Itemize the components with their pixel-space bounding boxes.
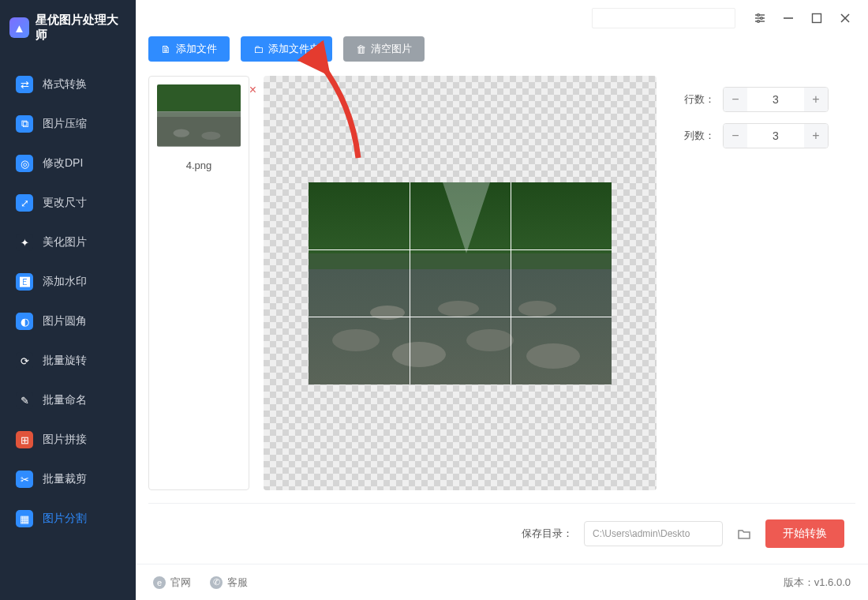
svg-rect-17 [309, 269, 612, 384]
search-slot[interactable] [592, 8, 735, 28]
nav-icon: ⇄ [16, 76, 33, 93]
preview-panel [264, 76, 657, 490]
content: × 4.png [136, 76, 868, 490]
nav-icon: ◐ [16, 313, 33, 330]
rows-increment-button[interactable]: + [804, 88, 828, 111]
official-site-link[interactable]: e 官网 [153, 576, 191, 590]
nav-icon: ⊞ [16, 431, 33, 448]
remove-thumbnail-icon[interactable]: × [249, 83, 256, 97]
minimize-icon[interactable] [781, 11, 795, 25]
start-convert-button[interactable]: 开始转换 [765, 519, 844, 548]
rows-input[interactable] [747, 88, 804, 111]
preview-image-wrap [309, 182, 612, 384]
nav-icon: 🅴 [16, 273, 33, 291]
sidebar-item-label: 添加水印 [43, 275, 87, 289]
grid-line [511, 182, 511, 384]
sidebar-item-11[interactable]: ▦图片分割 [0, 499, 136, 538]
titlebar [136, 0, 868, 36]
rows-stepper: − + [723, 87, 829, 112]
sidebar-item-label: 格式转换 [43, 77, 87, 92]
browse-folder-button[interactable] [734, 523, 754, 544]
grid-line [309, 249, 612, 250]
support-icon: ✆ [210, 576, 223, 589]
grid-line [410, 182, 410, 384]
sidebar: ▲ 星优图片处理大师 ⇄格式转换⧉图片压缩◎修改DPI⤢更改尺寸✦美化图片🅴添加… [0, 0, 136, 600]
sidebar-item-3[interactable]: ⤢更改尺寸 [0, 183, 136, 223]
nav-icon: ⤢ [16, 194, 33, 212]
add-file-button[interactable]: 🗎 添加文件 [148, 36, 230, 62]
sidebar-item-label: 美化图片 [43, 235, 87, 249]
preview-image [309, 182, 612, 384]
rows-setting: 行数： − + [680, 87, 855, 112]
cols-setting: 列数： − + [680, 123, 855, 148]
thumbnail-filename: 4.png [186, 159, 212, 171]
svg-point-20 [466, 329, 514, 351]
nav-icon: ▦ [16, 510, 33, 527]
sidebar-item-label: 图片圆角 [43, 314, 87, 328]
svg-rect-7 [813, 14, 821, 23]
nav-icon: ✦ [16, 234, 33, 251]
grid-line [309, 317, 612, 317]
sidebar-item-label: 更改尺寸 [43, 196, 87, 210]
footer: e 官网 ✆ 客服 版本：v1.6.0.0 [136, 564, 868, 600]
nav-icon: ✂ [16, 471, 33, 488]
sidebar-item-label: 图片分割 [43, 512, 87, 526]
svg-rect-10 [157, 84, 241, 111]
clear-button[interactable]: 🗑 清空图片 [343, 36, 425, 62]
sidebar-item-1[interactable]: ⧉图片压缩 [0, 104, 136, 144]
cols-stepper: − + [723, 123, 829, 148]
sidebar-item-0[interactable]: ⇄格式转换 [0, 65, 136, 104]
sidebar-item-label: 批量旋转 [43, 354, 87, 368]
sidebar-item-2[interactable]: ◎修改DPI [0, 144, 136, 183]
sidebar-item-label: 批量命名 [43, 393, 87, 407]
svg-point-19 [392, 342, 446, 367]
sidebar-item-label: 图片拼接 [43, 433, 87, 447]
maximize-icon[interactable] [810, 11, 824, 25]
sidebar-item-8[interactable]: ✎批量命名 [0, 381, 136, 420]
svg-point-14 [201, 132, 220, 140]
sidebar-item-9[interactable]: ⊞图片拼接 [0, 420, 136, 459]
file-icon: 🗎 [161, 43, 171, 55]
add-folder-button[interactable]: 🗀 添加文件夹 [241, 36, 332, 62]
app-logo: ▲ 星优图片处理大师 [0, 0, 136, 55]
app-title: 星优图片处理大师 [36, 13, 126, 43]
sidebar-item-label: 修改DPI [43, 156, 83, 171]
sidebar-item-6[interactable]: ◐图片圆角 [0, 302, 136, 341]
bottom-bar: 保存目录： 开始转换 [148, 503, 855, 564]
svg-point-24 [518, 301, 556, 317]
settings-icon[interactable] [753, 11, 767, 25]
rows-label: 行数： [680, 92, 715, 107]
sidebar-item-5[interactable]: 🅴添加水印 [0, 262, 136, 302]
cols-input[interactable] [747, 124, 804, 148]
trash-icon: 🗑 [356, 43, 366, 55]
nav-icon: ◎ [16, 155, 33, 172]
folder-icon: 🗀 [253, 43, 264, 55]
svg-point-18 [332, 329, 380, 351]
thumbnail-item[interactable]: × [157, 84, 241, 147]
sidebar-item-4[interactable]: ✦美化图片 [0, 223, 136, 262]
cols-decrement-button[interactable]: − [724, 124, 747, 148]
rows-decrement-button[interactable]: − [724, 88, 747, 111]
sidebar-item-7[interactable]: ⟳批量旋转 [0, 341, 136, 381]
svg-point-13 [174, 129, 190, 137]
cols-increment-button[interactable]: + [804, 124, 828, 148]
nav-icon: ⧉ [16, 115, 33, 133]
svg-rect-12 [157, 117, 241, 147]
save-path-input[interactable] [584, 521, 723, 546]
app-logo-icon: ▲ [9, 17, 29, 38]
globe-icon: e [153, 576, 166, 589]
nav-icon: ✎ [16, 392, 33, 409]
main: 🗎 添加文件 🗀 添加文件夹 🗑 清空图片 [136, 0, 868, 600]
nav: ⇄格式转换⧉图片压缩◎修改DPI⤢更改尺寸✦美化图片🅴添加水印◐图片圆角⟳批量旋… [0, 55, 136, 600]
save-dir-label: 保存目录： [522, 527, 573, 541]
settings-panel: 行数： − + 列数： − + [671, 76, 855, 490]
support-link[interactable]: ✆ 客服 [210, 576, 248, 590]
thumbnail-image [157, 84, 241, 147]
svg-point-22 [438, 301, 479, 317]
svg-point-3 [758, 14, 760, 17]
version-text: 版本：v1.6.0.0 [784, 576, 851, 590]
sidebar-item-10[interactable]: ✂批量裁剪 [0, 459, 136, 499]
close-icon[interactable] [838, 11, 852, 25]
thumbnail-panel: × 4.png [148, 76, 249, 490]
sidebar-item-label: 批量裁剪 [43, 472, 87, 486]
